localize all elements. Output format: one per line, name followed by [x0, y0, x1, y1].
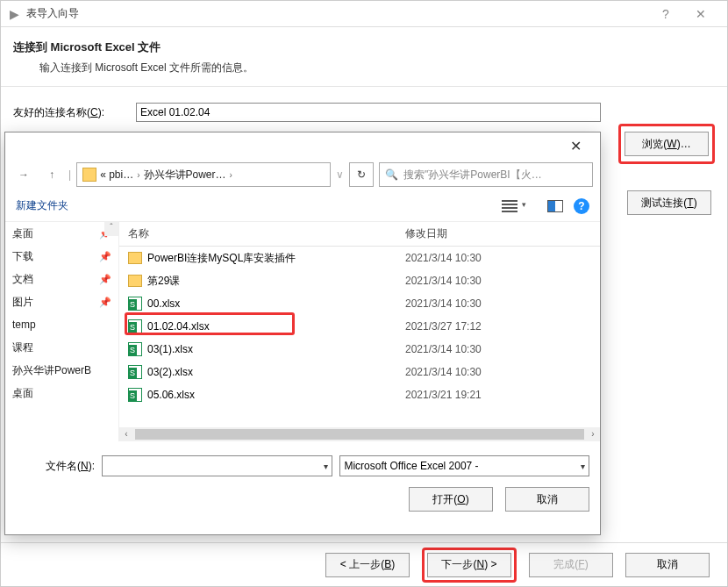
breadcrumb-part2[interactable]: 孙兴华讲Power… — [144, 168, 226, 183]
next-button[interactable]: 下一步(N) > — [427, 553, 511, 577]
nav-up-icon[interactable]: ↑ — [40, 163, 63, 186]
friendly-name-row: 友好的连接名称(C): Excel 01.02.04 — [13, 103, 715, 122]
tree-item[interactable]: 图片📌 — [5, 290, 118, 313]
horizontal-scrollbar[interactable]: ‹ › — [119, 427, 600, 441]
file-dialog-main: ˆ 桌面📌下载📌文档📌图片📌temp课程孙兴华讲PowerB桌面 名称 修改日期… — [5, 222, 600, 441]
back-icon[interactable]: ▶ — [10, 7, 19, 21]
file-row[interactable]: 01.02.04.xlsx2021/3/27 17:12 — [119, 315, 600, 338]
file-row[interactable]: 第29课2021/3/14 10:30 — [119, 269, 600, 292]
col-name[interactable]: 名称 — [119, 222, 400, 246]
file-date: 2021/3/21 19:21 — [400, 389, 600, 401]
tree-item[interactable]: 桌面📌 — [5, 222, 118, 245]
file-row[interactable]: 03(2).xlsx2021/3/14 10:30 — [119, 361, 600, 383]
file-date: 2021/3/14 10:30 — [400, 366, 600, 378]
file-name: PowerBI连接MySQL库安装插件 — [147, 251, 296, 266]
tree-item-label: temp — [12, 319, 36, 331]
wizard-footer: < 上一步(B) 下一步(N) > 完成(F) 取消 — [1, 542, 727, 586]
tree-item[interactable]: 桌面 — [5, 382, 118, 404]
breadcrumb[interactable]: « pbi… › 孙兴华讲Power… › — [76, 162, 331, 187]
excel-file-icon — [128, 388, 142, 402]
wizard-header: 连接到 Microsoft Excel 文件 输入连接到 Microsoft E… — [1, 27, 727, 87]
cancel-button[interactable]: 取消 — [625, 553, 710, 577]
excel-file-icon — [128, 297, 142, 311]
search-input[interactable]: 🔍 搜索"孙兴华讲PowerBI【火… — [379, 162, 593, 187]
file-date: 2021/3/27 17:12 — [400, 320, 600, 333]
new-folder-button[interactable]: 新建文件夹 — [16, 198, 68, 213]
separator: ∨ — [336, 168, 344, 181]
wizard-titlebar: ▶ 表导入向导 ? ✕ — [1, 1, 727, 27]
wizard-body: 友好的连接名称(C): Excel 01.02.04 — [1, 87, 727, 122]
view-preview-icon[interactable] — [547, 200, 563, 212]
scroll-thumb[interactable] — [135, 429, 584, 440]
tree-item[interactable]: 文档📌 — [5, 268, 118, 290]
excel-file-icon — [128, 319, 142, 333]
folder-tree[interactable]: ˆ 桌面📌下载📌文档📌图片📌temp课程孙兴华讲PowerB桌面 — [5, 222, 119, 441]
file-row[interactable]: 03(1).xlsx2021/3/14 10:30 — [119, 338, 600, 361]
filetype-combo[interactable]: Microsoft Office Excel 2007 - ▾ — [339, 455, 589, 476]
next-highlight: 下一步(N) > — [422, 548, 517, 583]
friendly-name-input[interactable]: Excel 01.02.04 — [136, 103, 601, 122]
tree-item[interactable]: 下载📌 — [5, 245, 118, 268]
file-name: 01.02.04.xlsx — [147, 320, 210, 333]
file-row[interactable]: 00.xlsx2021/3/14 10:30 — [119, 292, 600, 315]
file-dialog-titlebar: ✕ — [5, 132, 600, 159]
help-icon[interactable]: ? — [648, 7, 683, 21]
file-name: 00.xlsx — [147, 297, 180, 310]
scroll-right-icon[interactable]: › — [586, 427, 600, 441]
chevron-right-icon: › — [230, 170, 232, 180]
tree-item-label: 课程 — [12, 340, 33, 355]
file-dialog-bottom: 文件名(N): ▾ Microsoft Office Excel 2007 - … — [5, 441, 600, 520]
tree-item[interactable]: temp — [5, 313, 118, 336]
tree-scroll-up[interactable]: ˆ — [104, 222, 118, 236]
tree-item-label: 下载 — [12, 249, 33, 264]
help-icon[interactable]: ? — [574, 198, 589, 214]
tree-item[interactable]: 孙兴华讲PowerB — [5, 359, 118, 382]
chevron-down-icon: ▾ — [318, 462, 328, 471]
search-icon: 🔍 — [385, 168, 398, 181]
file-list[interactable]: 名称 修改日期 PowerBI连接MySQL库安装插件2021/3/14 10:… — [119, 222, 600, 441]
tree-item-label: 孙兴华讲PowerB — [12, 363, 91, 378]
filetype-value: Microsoft Office Excel 2007 - — [344, 460, 478, 472]
tree-item[interactable]: 课程 — [5, 336, 118, 359]
file-name: 03(2).xlsx — [147, 366, 193, 378]
refresh-icon[interactable]: ↻ — [349, 162, 374, 187]
file-row[interactable]: PowerBI连接MySQL库安装插件2021/3/14 10:30 — [119, 247, 600, 269]
filename-combo[interactable]: ▾ — [102, 455, 332, 476]
file-name: 05.06.xlsx — [147, 389, 195, 401]
file-row[interactable]: 05.06.xlsx2021/3/21 19:21 — [119, 383, 600, 406]
nav-back-icon[interactable]: → — [12, 163, 35, 186]
file-date: 2021/3/14 10:30 — [400, 252, 600, 264]
close-icon[interactable]: ✕ — [683, 7, 718, 21]
open-button[interactable]: 打开(O) — [409, 487, 493, 512]
file-dialog-actions: 打开(O) 取消 — [16, 487, 589, 512]
wizard-heading: 连接到 Microsoft Excel 文件 — [13, 39, 715, 55]
breadcrumb-part1[interactable]: « pbi… — [100, 168, 133, 181]
wizard-subheading: 输入连接到 Microsoft Excel 文件所需的信息。 — [39, 61, 715, 75]
search-placeholder: 搜索"孙兴华讲PowerBI【火… — [403, 168, 542, 183]
file-open-dialog: ✕ → ↑ | « pbi… › 孙兴华讲Power… › ∨ ↻ 🔍 搜索"孙… — [4, 132, 601, 535]
chevron-right-icon: › — [137, 170, 139, 180]
scroll-left-icon[interactable]: ‹ — [119, 427, 133, 441]
finish-button: 完成(F) — [529, 553, 613, 577]
view-list-icon[interactable] — [502, 200, 517, 212]
browse-highlight: 浏览(W)… — [618, 124, 715, 164]
file-date: 2021/3/14 10:30 — [400, 343, 600, 355]
folder-icon — [128, 275, 142, 287]
separator: | — [68, 168, 71, 181]
tree-item-label: 图片 — [12, 295, 33, 310]
side-buttons: 浏览(W)… 测试连接(T) — [610, 124, 715, 215]
file-cancel-button[interactable]: 取消 — [505, 487, 589, 512]
tree-item-label: 文档 — [12, 272, 33, 287]
chevron-down-icon: ▾ — [575, 462, 585, 471]
file-name: 03(1).xlsx — [147, 343, 193, 355]
test-connection-button[interactable]: 测试连接(T) — [627, 190, 711, 215]
back-button[interactable]: < 上一步(B) — [325, 553, 410, 577]
file-dialog-close-icon[interactable]: ✕ — [558, 133, 593, 158]
filename-label: 文件名(N): — [16, 459, 95, 474]
col-date[interactable]: 修改日期 — [400, 222, 600, 246]
browse-button[interactable]: 浏览(W)… — [625, 132, 709, 156]
file-list-header: 名称 修改日期 — [119, 222, 600, 247]
tree-item-label: 桌面 — [12, 226, 33, 241]
friendly-name-label: 友好的连接名称(C): — [13, 105, 136, 120]
wizard-title: 表导入向导 — [26, 6, 648, 21]
